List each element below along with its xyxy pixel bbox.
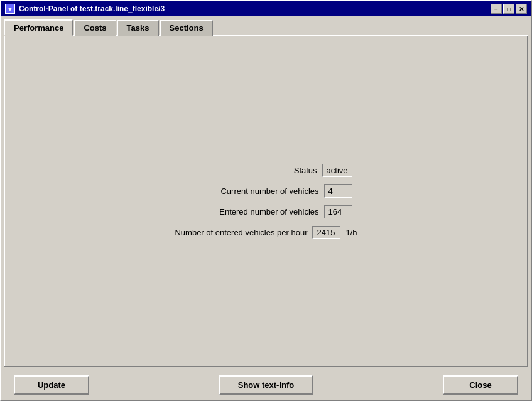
tab-performance[interactable]: Performance (4, 19, 73, 36)
maximize-button[interactable]: □ (503, 4, 514, 14)
vehicles-per-hour-value: 2415 (312, 226, 340, 239)
current-vehicles-row: Current number of vehicles 4 (220, 184, 357, 198)
current-vehicles-value: 4 (324, 184, 352, 198)
title-buttons: − □ ✕ (491, 4, 527, 14)
tab-costs[interactable]: Costs (74, 20, 116, 36)
minimize-button[interactable]: − (491, 4, 502, 14)
current-vehicles-label: Current number of vehicles (220, 186, 318, 196)
window-icon: ▼ (5, 4, 15, 14)
main-window: ▼ Control-Panel of test.track.line_flexi… (0, 0, 532, 401)
bottom-bar: Update Show text-info Close (1, 370, 531, 400)
close-window-button[interactable]: ✕ (516, 4, 527, 14)
tab-bar: Performance Costs Tasks Sections (1, 16, 531, 35)
tab-sections[interactable]: Sections (160, 20, 213, 36)
show-text-info-button[interactable]: Show text-info (219, 375, 313, 395)
info-grid: Status active Current number of vehicles… (175, 164, 357, 239)
window-title: Control-Panel of test.track.line_flexibl… (19, 4, 165, 13)
title-bar-left: ▼ Control-Panel of test.track.line_flexi… (5, 4, 165, 14)
vehicles-per-hour-unit: 1/h (345, 228, 357, 237)
title-bar: ▼ Control-Panel of test.track.line_flexi… (1, 1, 531, 16)
status-row: Status active (294, 164, 357, 177)
content-area: Status active Current number of vehicles… (4, 35, 528, 367)
entered-vehicles-value: 164 (324, 205, 352, 218)
status-value: active (322, 164, 352, 177)
status-label: Status (294, 166, 317, 175)
update-button[interactable]: Update (14, 375, 89, 395)
vehicles-per-hour-label: Number of entered vehicles per hour (175, 228, 307, 237)
entered-vehicles-label: Entered number of vehicles (219, 207, 318, 217)
vehicles-per-hour-row: Number of entered vehicles per hour 2415… (175, 226, 357, 239)
entered-vehicles-row: Entered number of vehicles 164 (219, 205, 357, 218)
close-button[interactable]: Close (443, 375, 518, 395)
tab-tasks[interactable]: Tasks (117, 20, 159, 36)
